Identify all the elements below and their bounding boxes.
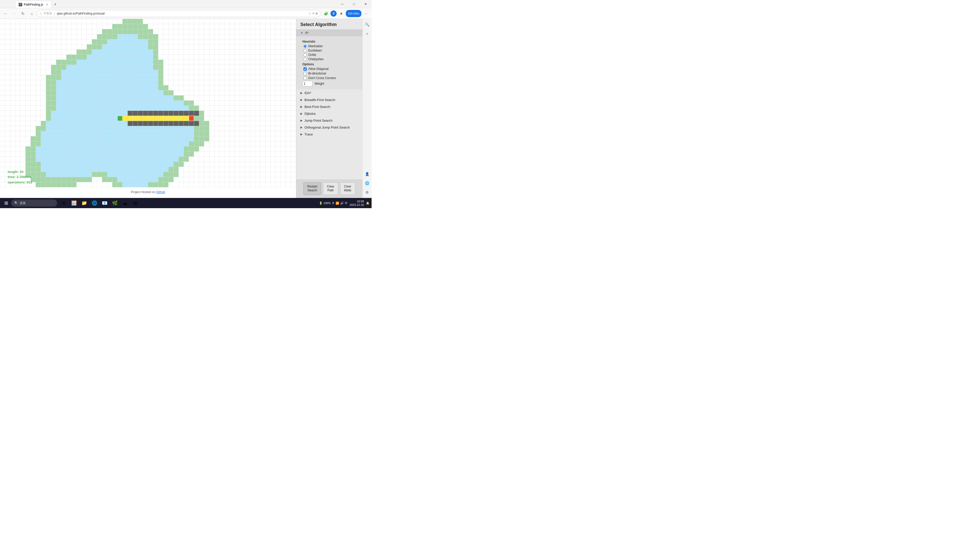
edge-icon-3[interactable]: ⚙ [364, 189, 371, 196]
algorithm-trace[interactable]: ▶ Trace [296, 131, 363, 138]
arrow-icon: ▶ [301, 91, 302, 95]
address-text: qiao.github.io/PathFinding.js/visual/ [57, 12, 307, 15]
taskbar-search-label: 搜索 [20, 201, 26, 205]
heuristic-euclidean-radio[interactable] [304, 49, 307, 52]
pathfinding-grid[interactable] [0, 19, 296, 188]
reader-icon[interactable]: ≡ [312, 11, 314, 15]
algorithm-best-first[interactable]: ▶ Best-First-Search [296, 103, 363, 110]
option-allow-diagonal[interactable]: Allow Diagonal [304, 67, 358, 71]
tab-close-button[interactable]: ✕ [46, 3, 48, 6]
close-button[interactable]: ✕ [360, 0, 372, 8]
heuristic-manhattan-radio[interactable] [304, 44, 307, 48]
forward-button[interactable]: → [11, 10, 18, 17]
taskview-icon[interactable]: ⧉ [59, 198, 68, 208]
time-display: 16:08 [350, 200, 364, 203]
allow-diagonal-checkbox[interactable] [304, 67, 307, 71]
heuristic-euclidean-label: Euclidean [308, 49, 322, 52]
active-tab[interactable]: P PathFinding.js ✕ [15, 1, 52, 8]
pinned-icon-2[interactable]: 📁 [80, 198, 89, 208]
collections-icon[interactable]: ⊕ [315, 11, 318, 15]
extensions-button[interactable]: 🧩 [322, 10, 329, 17]
address-actions: ☆ ≡ ⊕ [308, 11, 318, 15]
search-edge-icon[interactable]: 🔍 [364, 21, 371, 28]
heuristic-chebyshev-radio[interactable] [304, 58, 307, 61]
browser-sidebar: 🔍 + 👤 🌐 ⚙ [363, 19, 372, 198]
algorithm-bfs[interactable]: ▶ Breadth-First-Search [296, 97, 363, 103]
profile-button[interactable]: B [331, 11, 337, 17]
heuristic-manhattan[interactable]: Manhattan [304, 44, 358, 48]
pinned-icon-4[interactable]: 📧 [100, 198, 109, 208]
back-button[interactable]: ← [2, 10, 9, 17]
ime-icon: 中 [345, 201, 348, 205]
refresh-button[interactable]: ↻ [19, 10, 27, 17]
algorithm-label: Best-First-Search [304, 105, 330, 109]
heuristic-octile-radio[interactable] [304, 53, 307, 57]
edge-icon-2[interactable]: 🌐 [364, 179, 371, 187]
algorithm-astar[interactable]: ▼ A* [296, 29, 363, 36]
pinned-icon-5[interactable]: 🌿 [110, 198, 119, 208]
user-edge-icon[interactable]: 👤 [364, 170, 371, 178]
arrow-icon: ▶ [301, 119, 302, 122]
minimize-button[interactable]: — [336, 0, 348, 8]
arrow-icon: ▶ [301, 112, 302, 115]
options-group: Allow Diagonal Bi-directional Don't Cros… [304, 67, 358, 80]
heuristic-chebyshev[interactable]: Chebyshev [304, 57, 358, 61]
arrow-icon: ▼ [301, 32, 303, 35]
dont-cross-corners-checkbox[interactable] [304, 76, 307, 80]
algorithm-ida[interactable]: ▶ IDA* [296, 89, 363, 97]
weight-row: Weight [302, 81, 358, 86]
search-icon: 🔍 [14, 201, 18, 205]
taskbar-search[interactable]: 🔍 搜索 [11, 200, 57, 206]
algorithm-label: Breadth-First-Search [304, 98, 335, 102]
panel-section: Select Algorithm ▼ A* Heuristic Manhatta… [296, 19, 363, 138]
home-button[interactable]: ⌂ [28, 10, 35, 17]
toolbar-actions: 🧩 B ★ 159 KB/s ··· [322, 10, 369, 17]
start-button[interactable]: ⊞ [2, 199, 10, 207]
system-tray: 🔋 100% 🎙 📶 🔊 中 [319, 201, 348, 205]
plus-edge-icon[interactable]: + [364, 30, 371, 37]
favorites-icon[interactable]: ☆ [308, 11, 311, 15]
heuristic-manhattan-label: Manhattan [308, 44, 323, 48]
favorites-button[interactable]: ★ [338, 10, 345, 17]
notification-icon[interactable]: 🔔 [366, 202, 369, 205]
panel-title: Select Algorithm [296, 19, 363, 29]
option-bidirectional[interactable]: Bi-directional [304, 72, 358, 75]
weight-label: Weight [315, 82, 324, 86]
download-indicator[interactable]: 159 KB/s [346, 10, 361, 17]
titlebar: P PathFinding.js ✕ + — □ ✕ [0, 0, 372, 8]
clear-path-button[interactable]: ClearPath [323, 183, 338, 195]
heuristic-group: Manhattan Euclidean Octile Chebyshev [304, 44, 358, 61]
volume-icon: 🔊 [340, 202, 344, 205]
bidirectional-checkbox[interactable] [304, 72, 307, 75]
heuristic-octile[interactable]: Octile [304, 53, 358, 57]
arrow-icon: ▶ [301, 126, 302, 129]
addressbar: ← → ↻ ⌂ ⚠ 不安全 | qiao.github.io/PathFindi… [0, 8, 372, 19]
algorithm-dijkstra[interactable]: ▶ Dijkstra [296, 110, 363, 117]
github-link[interactable]: Github [156, 190, 165, 194]
store-icon[interactable]: 🛍 [130, 198, 140, 208]
algorithm-ojps[interactable]: ▶ Orthogonal Jump Point Search [296, 124, 363, 131]
heuristic-chebyshev-label: Chebyshev [308, 57, 324, 61]
restart-search-button[interactable]: RestartSearch [304, 183, 321, 195]
new-tab-button[interactable]: + [52, 1, 59, 8]
arrow-icon: ▶ [301, 98, 302, 102]
maximize-button[interactable]: □ [348, 0, 360, 8]
clear-walls-button[interactable]: ClearWalls [340, 183, 355, 195]
taskbar-right: 🔋 100% 🎙 📶 🔊 中 16:08 2023-12-10 🔔 [319, 200, 369, 207]
heuristic-euclidean[interactable]: Euclidean [304, 49, 358, 52]
clock[interactable]: 16:08 2023-12-10 [350, 200, 364, 207]
canvas-area[interactable]: length: 10 time: 2.7000ms operations: 61… [0, 19, 296, 198]
weight-input[interactable] [302, 81, 313, 86]
heuristic-label: Heuristic [302, 40, 358, 43]
footer: Project Hosted on Github [131, 190, 165, 194]
more-button[interactable]: ··· [363, 10, 369, 17]
option-dont-cross-corners[interactable]: Don't Cross Corners [304, 76, 358, 80]
browser-taskbar-icon[interactable]: 🌐 [90, 198, 99, 208]
algorithm-label: IDA* [304, 91, 311, 95]
algorithm-label: Jump Point Search [304, 119, 332, 122]
address-bar[interactable]: ⚠ 不安全 | qiao.github.io/PathFinding.js/vi… [37, 10, 321, 17]
pinned-icon-1[interactable]: 🪟 [69, 198, 79, 208]
taskbar-pinned-icons: ⧉ 🪟 📁 🌐 📧 🌿 ☁ 🛍 [59, 198, 140, 208]
algorithm-jps[interactable]: ▶ Jump Point Search [296, 117, 363, 124]
onedrive-icon[interactable]: ☁ [121, 198, 130, 208]
